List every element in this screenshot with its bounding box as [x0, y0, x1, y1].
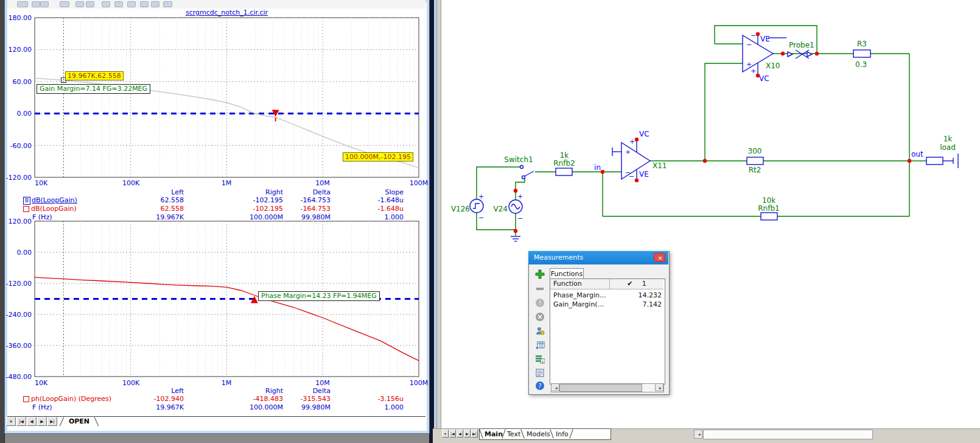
phase-xtick: 1M: [222, 379, 232, 387]
cell: -164.753: [276, 205, 331, 213]
cell: 1.000: [349, 213, 404, 221]
export-excel-button[interactable]: x: [531, 353, 542, 364]
add-function-button[interactable]: [531, 269, 542, 279]
tab-info[interactable]: Info: [556, 430, 569, 438]
load-name: load: [940, 143, 956, 152]
dialog-title: Measurements: [534, 253, 583, 261]
opamp-x11[interactable]: + − + VC − VE X11: [612, 130, 667, 182]
phase-margin-annotation[interactable]: Phase Margin=14.23 FP=1.94MEG: [258, 291, 380, 301]
page-prev-button[interactable]: ◀: [457, 430, 463, 438]
sheet-tab-open[interactable]: OPEN: [60, 417, 99, 427]
resistor-r3[interactable]: R3 0.3: [853, 40, 870, 69]
check-icon[interactable]: ✔: [627, 280, 632, 288]
page-first-button[interactable]: |◀: [449, 430, 456, 438]
schematic-canvas[interactable]: − + − VE + VC X10 Probe1 R3 0.3: [432, 0, 980, 428]
table-properties-button[interactable]: [531, 339, 542, 350]
load-value: 1k: [943, 135, 953, 143]
user-settings-button[interactable]: [531, 325, 542, 336]
sheet-last-button[interactable]: ▶|: [47, 417, 57, 426]
source-v126[interactable]: V126 + −: [451, 193, 484, 222]
sheet-dropdown-button[interactable]: ▾: [6, 417, 16, 426]
svg-text:x: x: [542, 359, 544, 363]
tab-main[interactable]: Main: [485, 430, 503, 438]
cell: -1.648u: [349, 196, 404, 204]
page-last-button[interactable]: ▶|: [471, 430, 478, 438]
sheet-first-button[interactable]: |◀: [16, 417, 26, 426]
col-header: Right: [228, 188, 283, 196]
sheet-next-button[interactable]: ▶: [37, 417, 47, 426]
x10-minus-input: −: [746, 41, 752, 49]
gain-right-cursor-box[interactable]: 100.000M,-102.195: [343, 152, 413, 161]
function-col-header[interactable]: Function: [553, 280, 582, 288]
series-label[interactable]: dB(LoopGain): [31, 205, 77, 213]
page-next-button[interactable]: ▶: [464, 430, 471, 438]
cell: 99.980M: [276, 213, 331, 221]
cell: -102.195: [228, 196, 283, 204]
sheet-prev-button[interactable]: ◀: [27, 417, 37, 426]
resistor-rt2[interactable]: 300 Rt2: [747, 147, 763, 174]
x10-vc-sign: +: [751, 67, 756, 75]
v24-minus: −: [517, 214, 523, 222]
rt2-value: 300: [748, 147, 762, 155]
report-button[interactable]: [531, 367, 542, 378]
gain-margin-annotation[interactable]: Gain Margin=7.14 FG=3.22MEG: [37, 84, 150, 94]
x11-plus-input: +: [625, 148, 631, 156]
scroll-thumb[interactable]: [559, 384, 642, 392]
resistor-load[interactable]: 1k load: [926, 135, 958, 168]
rnfb2-value: 1k: [560, 151, 569, 160]
gain-ytick: 180.00: [5, 14, 32, 22]
x10-ve-sign: −: [751, 32, 756, 40]
series-label[interactable]: ph(LoopGain) (Degrees): [31, 395, 111, 403]
cell: -102.195: [228, 205, 283, 213]
probe1[interactable]: Probe1: [781, 41, 819, 58]
gain-ytick: 60.00: [5, 78, 32, 86]
series-legend[interactable]: BdB(LoopGain): [23, 196, 77, 205]
rnfb2-name: Rnfb2: [553, 159, 575, 168]
scroll-left-icon[interactable]: ◂: [551, 383, 559, 391]
schematic-hscrollbar[interactable]: [703, 430, 873, 439]
measurement-row-function[interactable]: Phase_Margin...: [553, 291, 606, 299]
cell: -315.543: [276, 395, 331, 403]
resistor-rnfb2[interactable]: 1k Rnfb2: [553, 151, 575, 175]
resistor-rnfb1[interactable]: 10k Rnfb1: [758, 196, 779, 220]
run-col-header[interactable]: 1: [642, 280, 646, 288]
tab-functions[interactable]: Functions: [550, 268, 584, 279]
gain-xtick: 10K: [35, 179, 47, 187]
v24-name: V24: [494, 205, 508, 213]
close-icon[interactable]: ✕: [654, 253, 665, 262]
info-button[interactable]: !: [531, 297, 542, 308]
export-icon: x: [535, 354, 545, 364]
gain-ytick: 120.00: [5, 46, 32, 54]
measurement-row-function[interactable]: Gain_Margin(...: [553, 300, 604, 308]
x11-name: X11: [653, 161, 667, 170]
tab-text[interactable]: Text: [507, 430, 520, 438]
phase-xtick: 100K: [122, 379, 139, 387]
svg-text:!: !: [539, 300, 541, 307]
help-button[interactable]: ?: [531, 380, 542, 391]
tab-models[interactable]: Models: [527, 430, 550, 438]
hscroll-left-icon[interactable]: ◂: [694, 430, 702, 439]
remove-function-button[interactable]: [531, 283, 542, 294]
phase-xtick: 10K: [35, 379, 47, 387]
node-dot: [815, 52, 819, 55]
node-out-label: out: [911, 150, 923, 158]
gain-xtick: 100M: [410, 179, 429, 187]
col-header: Left: [129, 188, 184, 196]
pin-dot: [635, 138, 639, 141]
gain-left-cursor-box[interactable]: 19.967K,62.558: [65, 71, 124, 80]
svg-text:?: ?: [538, 383, 541, 389]
phase-ytick: -120.00: [5, 280, 32, 288]
page-dropdown-button[interactable]: ▾: [442, 430, 449, 438]
phase-ytick: -360.00: [5, 342, 32, 350]
pin-dot: [514, 229, 517, 233]
cell: 100.000M: [228, 403, 283, 411]
source-v24[interactable]: V24 + −: [494, 189, 523, 233]
x11-pin-bottom-label: VE: [639, 170, 649, 179]
help-icon: ?: [535, 381, 545, 391]
node-dot-in: [601, 170, 604, 174]
cell: 19.967K: [129, 403, 184, 411]
scroll-right-icon[interactable]: ▸: [655, 383, 663, 391]
delete-button[interactable]: [531, 311, 542, 322]
opamp-x10[interactable]: − + − VE + VC X10: [743, 32, 786, 83]
screen: scrgmcdc_notch_1.cir.cir 180.00 120.00 6…: [0, 0, 980, 443]
